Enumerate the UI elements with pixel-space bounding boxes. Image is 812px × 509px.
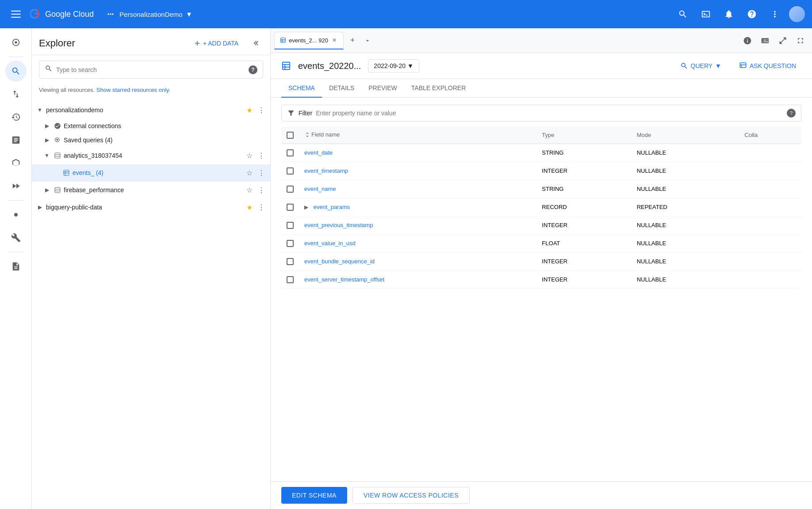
collapse-panel-button[interactable]: [247, 35, 263, 51]
search-nav-button[interactable]: [674, 5, 692, 23]
expand-arrow-external-connections[interactable]: ▶: [42, 122, 51, 130]
tree-item-events[interactable]: events_ (4) ☆ ⋮: [32, 164, 270, 182]
sidebar-item-charts[interactable]: [5, 129, 27, 151]
sidebar-item-history[interactable]: [5, 106, 27, 128]
expand-arrow-bigquery-public[interactable]: ▶: [35, 203, 44, 212]
tab-schema[interactable]: SCHEMA: [281, 79, 322, 98]
field-name-event-name[interactable]: event_name: [304, 186, 336, 192]
filter-input[interactable]: [316, 110, 783, 117]
saved-queries-icon: [53, 136, 62, 144]
query-button[interactable]: QUERY ▼: [675, 58, 727, 73]
view-row-access-button[interactable]: VIEW ROW ACCESS POLICIES: [352, 487, 470, 504]
viewing-all-text: Viewing all resources. Show starred reso…: [32, 84, 270, 100]
fullscreen-icon-button[interactable]: [793, 33, 808, 49]
sidebar-item-cluster[interactable]: [5, 152, 27, 174]
search-input[interactable]: [56, 66, 245, 73]
date-selector[interactable]: 2022-09-20 ▼: [368, 59, 419, 72]
search-help-button[interactable]: ?: [249, 65, 257, 74]
hamburger-button[interactable]: [7, 5, 25, 23]
tab-events[interactable]: events_2... 920 ✕: [274, 32, 344, 49]
table-header: events_20220... 2022-09-20 ▼ QUERY ▼ ASK…: [271, 53, 812, 79]
search-input-icon: [45, 65, 53, 75]
tree-item-firebase[interactable]: ▶ firebase_performance ☆ ⋮: [32, 182, 270, 199]
star-personalizationdemo[interactable]: ★: [245, 104, 254, 116]
svg-point-1: [110, 13, 111, 15]
ask-question-button[interactable]: ASK QUESTION: [734, 58, 801, 73]
more-personalizationdemo[interactable]: ⋮: [256, 104, 267, 116]
expand-arrow-analytics[interactable]: ▼: [42, 151, 51, 160]
help-button[interactable]: [743, 5, 761, 23]
star-bigquery-public[interactable]: ★: [245, 201, 254, 213]
info-icon-button[interactable]: [739, 33, 755, 49]
keyboard-icon-button[interactable]: [757, 33, 773, 49]
row-checkbox-event-bundle-sequence-id[interactable]: [287, 258, 294, 265]
expand-icon-button[interactable]: [775, 33, 791, 49]
edit-schema-button[interactable]: EDIT SCHEMA: [281, 487, 347, 504]
tab-table-explorer[interactable]: TABLE EXPLORER: [404, 79, 473, 98]
tab-preview[interactable]: PREVIEW: [361, 79, 404, 98]
row-checkbox-event-timestamp[interactable]: [287, 167, 294, 175]
field-name-event-date[interactable]: event_date: [304, 149, 333, 156]
sort-field-name[interactable]: Field name: [304, 131, 340, 138]
cloud-shell-button[interactable]: [697, 5, 715, 23]
sidebar-item-transfer[interactable]: [5, 84, 27, 105]
filter-help-button[interactable]: ?: [787, 109, 796, 118]
star-firebase[interactable]: ☆: [245, 184, 254, 196]
expand-arrow-saved-queries[interactable]: ▶: [42, 136, 51, 144]
more-bigquery-public[interactable]: ⋮: [256, 201, 267, 213]
tree-item-external-connections[interactable]: ▶ External connections: [32, 119, 270, 133]
tree-label-bigquery-public: bigquery-public-data: [46, 204, 243, 211]
row-checkbox-event-params[interactable]: [287, 204, 294, 211]
row-checkbox-event-server-timestamp-offset[interactable]: [287, 276, 294, 283]
tab-details[interactable]: DETAILS: [322, 79, 361, 98]
sidebar-item-analytics[interactable]: [5, 32, 27, 53]
row-checkbox-event-value-in-usd[interactable]: [287, 240, 294, 247]
more-analytics[interactable]: ⋮: [256, 150, 267, 162]
header-type: Type: [536, 127, 631, 144]
expand-arrow-personalizationdemo[interactable]: ▼: [35, 106, 44, 114]
more-nav-button[interactable]: [766, 5, 784, 23]
tree-item-personalizationdemo[interactable]: ▼ personalizationdemo ★ ⋮: [32, 102, 270, 119]
field-name-event-timestamp[interactable]: event_timestamp: [304, 167, 348, 174]
tree-label-external-connections: External connections: [64, 122, 267, 129]
tree-container: ▼ personalizationdemo ★ ⋮ ▶ External con…: [32, 100, 270, 509]
star-events[interactable]: ☆: [245, 167, 254, 179]
field-name-event-value-in-usd[interactable]: event_value_in_usd: [304, 240, 356, 247]
tree-item-bigquery-public[interactable]: ▶ bigquery-public-data ★ ⋮: [32, 199, 270, 216]
row-checkbox-event-previous-timestamp[interactable]: [287, 222, 294, 229]
sidebar-item-search[interactable]: [5, 61, 27, 82]
show-starred-link[interactable]: Show starred resources only.: [96, 87, 170, 93]
expand-event-params-arrow[interactable]: ▶: [304, 204, 308, 210]
expand-arrow-firebase[interactable]: ▶: [42, 186, 51, 194]
tab-dropdown-button[interactable]: [361, 34, 374, 47]
tree-item-analytics[interactable]: ▼ analytics_318037454 ☆ ⋮: [32, 147, 270, 164]
tree-item-saved-queries[interactable]: ▶ Saved queries (4): [32, 133, 270, 147]
user-avatar[interactable]: [789, 6, 805, 22]
svg-rect-18: [281, 38, 286, 43]
sidebar-item-doc[interactable]: [5, 256, 27, 277]
sidebar-item-wrench[interactable]: [5, 227, 27, 248]
type-event-value-in-usd: FLOAT: [536, 234, 631, 252]
notifications-button[interactable]: [720, 5, 738, 23]
add-data-button[interactable]: + ADD DATA: [188, 36, 244, 51]
sidebar-item-pipeline[interactable]: [5, 175, 27, 197]
more-events[interactable]: ⋮: [256, 167, 267, 179]
project-selector[interactable]: PersonalizationDemo ▾: [106, 9, 191, 19]
tab-close-button[interactable]: ✕: [331, 37, 338, 44]
field-name-event-params[interactable]: event_params: [314, 204, 350, 210]
row-checkbox-event-name[interactable]: [287, 186, 294, 193]
field-name-event-bundle-sequence-id[interactable]: event_bundle_sequence_id: [304, 258, 375, 265]
star-analytics[interactable]: ☆: [245, 150, 254, 162]
field-name-event-previous-timestamp[interactable]: event_previous_timestamp: [304, 222, 373, 228]
filter-bar: Filter ?: [281, 105, 801, 122]
select-all-checkbox[interactable]: [287, 132, 294, 139]
sidebar-item-dot[interactable]: [5, 204, 27, 225]
table-row: ▶ event_params RECORD REPEATED: [281, 198, 801, 216]
mode-event-previous-timestamp: NULLABLE: [632, 216, 739, 234]
google-cloud-logo[interactable]: Google Cloud: [30, 8, 94, 20]
row-checkbox-event-date[interactable]: [287, 149, 294, 156]
sidebar-divider-2: [9, 200, 23, 201]
more-firebase[interactable]: ⋮: [256, 184, 267, 196]
add-tab-button[interactable]: +: [345, 34, 360, 48]
field-name-event-server-timestamp-offset[interactable]: event_server_timestamp_offset: [304, 276, 384, 283]
